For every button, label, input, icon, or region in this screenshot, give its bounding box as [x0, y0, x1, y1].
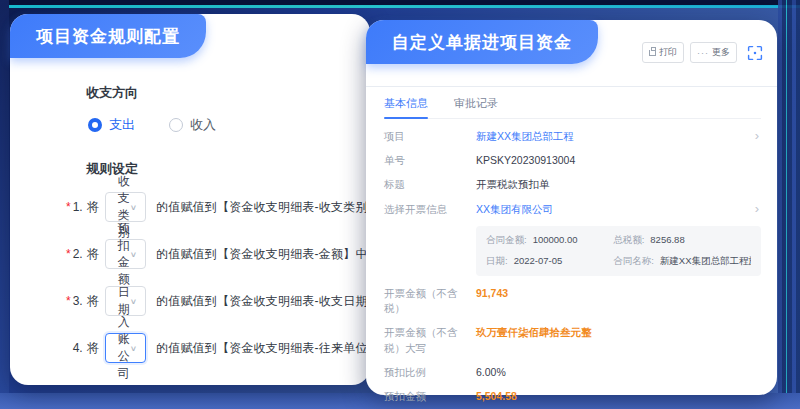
- radio-expense-dot: [88, 118, 102, 132]
- rule-1-field-select[interactable]: 收支类别 ∨: [105, 192, 146, 222]
- field-row-withhold-ratio: 预扣比例 6.00%: [384, 365, 761, 380]
- rule-2-suffix: 的值赋值到【资金收支明细表-金额】中: [156, 246, 368, 263]
- rule-3-number: *3.: [66, 294, 83, 308]
- rule-config-panel: 项目资金规则配置 收支方向 支出 收入 规则设定 *1. 将 收支类别 ∨ 的值…: [10, 14, 370, 385]
- contract-name-value: 新建XX集团总部工程施工总承包合同: [660, 255, 751, 268]
- field-row-invoice-amount: 开票金额（不含税） 91,743: [384, 286, 761, 316]
- field-row-title: 标题 开票税款预扣单: [384, 177, 761, 192]
- background-teal-line: [0, 5, 800, 8]
- contract-date-pair: 日期: 2022-07-05: [486, 255, 613, 268]
- withhold-ratio-value: 6.00%: [476, 365, 506, 380]
- radio-income-label: 收入: [190, 116, 216, 134]
- print-button-label: 打印: [659, 46, 677, 59]
- rule-2-number: *2.: [66, 247, 83, 261]
- project-label: 项目: [384, 129, 476, 144]
- chevron-right-icon[interactable]: ›: [755, 129, 759, 143]
- header-divider: [366, 86, 777, 87]
- background-left-strip: [0, 0, 9, 409]
- withhold-ratio-label: 预扣比例: [384, 365, 476, 380]
- invoice-amount-caps-label: 开票金额（不含税）大写: [384, 325, 476, 355]
- rule-2-field-value: 预扣金额: [118, 220, 130, 288]
- rule-1-assign-word: 将: [87, 199, 99, 216]
- chevron-right-icon[interactable]: ›: [755, 202, 759, 216]
- total-tax-pair: 总税额: 8256.88: [613, 234, 751, 247]
- contract-name-label: 合同名称:: [613, 255, 654, 268]
- contract-amount-label: 合同金额:: [486, 234, 527, 247]
- rule-4-suffix: 的值赋值到【资金收支明细表-往来单位】中: [156, 340, 392, 357]
- rule-2-assign-word: 将: [87, 246, 99, 263]
- rule-row-3: *3. 将 日期 ∨ 的值赋值到【资金收支明细表-收支日期】中: [66, 286, 352, 316]
- direction-section-label: 收支方向: [86, 84, 352, 102]
- radio-income-dot: [169, 118, 183, 132]
- withhold-amount-label: 预扣金额: [384, 389, 476, 404]
- custom-document-panel: 自定义单据进项目资金 打印 ··· 更多 基本信息 审批记录 项目 新建XX集团…: [366, 20, 777, 395]
- rule-3-assign-word: 将: [87, 293, 99, 310]
- rule-3-field-value: 日期: [118, 284, 130, 318]
- radio-expense-label: 支出: [109, 116, 135, 134]
- direction-radio-group: 支出 收入: [88, 116, 352, 134]
- rule-1-number: *1.: [66, 200, 83, 214]
- chevron-down-icon: ∨: [130, 203, 137, 212]
- invoice-amount-value: 91,743: [476, 286, 508, 301]
- contract-amount-pair: 合同金额: 100000.00: [486, 234, 613, 247]
- rule-row-1: *1. 将 收支类别 ∨ 的值赋值到【资金收支明细表-收支类别】中: [66, 192, 352, 222]
- invoice-amount-caps-value: 玖万壹仟柒佰肆拾叁元整: [476, 325, 592, 340]
- document-toolbar: 打印 ··· 更多: [642, 42, 763, 63]
- print-icon: [649, 50, 656, 56]
- title-value: 开票税款预扣单: [476, 177, 550, 192]
- rule-4-assign-word: 将: [87, 340, 99, 357]
- field-row-project: 项目 新建XX集团总部工程 ›: [384, 129, 761, 144]
- doc-no-value: KPSKY20230913004: [476, 153, 575, 168]
- background-right-stripes: [778, 0, 800, 409]
- radio-expense[interactable]: 支出: [88, 116, 135, 134]
- contract-name-pair: 合同名称: 新建XX集团总部工程施工总承包合同: [613, 255, 751, 268]
- required-asterisk: *: [66, 247, 71, 261]
- rule-3-suffix: 的值赋值到【资金收支明细表-收支日期】中: [156, 293, 392, 310]
- field-row-invoice-info: 选择开票信息 XX集团有限公司 ›: [384, 202, 761, 217]
- withhold-amount-value: 5,504.58: [476, 389, 517, 404]
- rule-4-field-select[interactable]: 入账公司 ∨: [105, 333, 146, 363]
- chevron-down-icon: ∨: [130, 297, 137, 306]
- print-button[interactable]: 打印: [642, 42, 684, 63]
- field-row-withhold-amount: 预扣金额 5,504.58: [384, 389, 761, 404]
- fullscreen-expand-icon[interactable]: [747, 45, 763, 61]
- more-button-label: 更多: [712, 46, 730, 59]
- required-asterisk: *: [66, 200, 71, 214]
- doc-no-label: 单号: [384, 153, 476, 168]
- contract-date-label: 日期:: [486, 255, 508, 268]
- field-row-invoice-amount-caps: 开票金额（不含税）大写 玖万壹仟柒佰肆拾叁元整: [384, 325, 761, 355]
- required-asterisk: *: [66, 294, 71, 308]
- total-tax-value: 8256.88: [650, 234, 684, 247]
- project-link[interactable]: 新建XX集团总部工程: [476, 129, 574, 144]
- detail-tabs: 基本信息 审批记录: [384, 96, 761, 119]
- custom-document-title: 自定义单据进项目资金: [366, 20, 598, 64]
- rule-3-field-select[interactable]: 日期 ∨: [105, 286, 146, 316]
- contract-amount-value: 100000.00: [533, 234, 578, 247]
- rule-4-number: *4.: [66, 341, 83, 355]
- rule-1-suffix: 的值赋值到【资金收支明细表-收支类别】中: [156, 199, 392, 216]
- tab-approval-record[interactable]: 审批记录: [454, 96, 498, 118]
- contract-summary-box: 合同金额: 100000.00 总税额: 8256.88 日期: 2022-07…: [476, 226, 761, 276]
- field-row-doc-no: 单号 KPSKY20230913004: [384, 153, 761, 168]
- invoice-info-label: 选择开票信息: [384, 202, 476, 217]
- rule-config-title: 项目资金规则配置: [10, 14, 206, 58]
- contract-date-value: 2022-07-05: [514, 255, 563, 268]
- total-tax-label: 总税额:: [613, 234, 644, 247]
- chevron-down-icon: ∨: [130, 250, 137, 259]
- more-icon: ···: [697, 51, 709, 55]
- more-button[interactable]: ··· 更多: [690, 42, 737, 63]
- chevron-down-icon: ∨: [130, 344, 137, 353]
- rule-4-field-value: 入账公司: [118, 314, 130, 382]
- invoice-amount-label: 开票金额（不含税）: [384, 286, 476, 316]
- tab-basic-info[interactable]: 基本信息: [384, 96, 428, 118]
- rule-row-4: *4. 将 入账公司 ∨ 的值赋值到【资金收支明细表-往来单位】中: [66, 333, 352, 363]
- rule-row-2: *2. 将 预扣金额 ∨ 的值赋值到【资金收支明细表-金额】中: [66, 239, 352, 269]
- invoice-info-link[interactable]: XX集团有限公司: [476, 202, 553, 217]
- rule-2-field-select[interactable]: 预扣金额 ∨: [105, 239, 146, 269]
- radio-income[interactable]: 收入: [169, 116, 216, 134]
- title-label: 标题: [384, 177, 476, 192]
